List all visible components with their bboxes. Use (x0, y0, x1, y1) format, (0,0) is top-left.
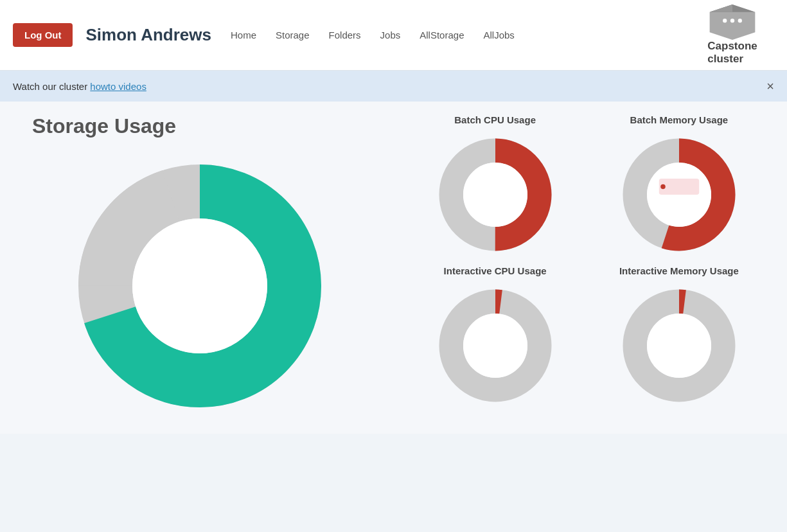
batch-cpu-title: Batch CPU Usage (454, 114, 536, 125)
main-content: Storage Usage Batch CPU Usage (0, 102, 787, 434)
interactive-memory-chart: Interactive Memory Usage (590, 265, 768, 410)
logo: Capstone cluster (691, 4, 774, 66)
nav-home[interactable]: Home (231, 30, 256, 40)
interactive-cpu-chart: Interactive CPU Usage (407, 265, 584, 410)
storage-donut-chart (65, 151, 335, 421)
logo-icon (707, 4, 758, 40)
interactive-memory-donut (615, 281, 743, 410)
batch-cpu-chart: Batch CPU Usage (407, 114, 584, 259)
svg-point-4 (730, 19, 734, 22)
main-nav: Home Storage Folders Jobs AllStorage All… (231, 30, 691, 40)
info-banner: Watch our cluster howto videos × (0, 71, 787, 102)
nav-allstorage[interactable]: AllStorage (420, 30, 464, 40)
storage-title: Storage Usage (19, 114, 176, 138)
batch-memory-title: Batch Memory Usage (630, 114, 729, 125)
batch-cpu-donut (431, 130, 560, 259)
logout-button[interactable]: Log Out (13, 23, 73, 47)
charts-section: Batch CPU Usage Batch Memory Usage (407, 114, 768, 421)
svg-point-12 (463, 163, 527, 227)
interactive-cpu-donut (431, 281, 560, 410)
nav-alljobs[interactable]: AllJobs (484, 30, 515, 40)
nav-storage[interactable]: Storage (276, 30, 310, 40)
user-name: Simon Andrews (85, 25, 211, 45)
banner-text: Watch our cluster howto videos (13, 81, 146, 92)
svg-point-5 (738, 19, 742, 22)
nav-jobs[interactable]: Jobs (380, 30, 401, 40)
interactive-cpu-title: Interactive CPU Usage (444, 265, 547, 276)
nav-folders[interactable]: Folders (329, 30, 361, 40)
svg-point-17 (660, 184, 666, 190)
svg-point-9 (132, 218, 267, 353)
batch-memory-donut (615, 130, 743, 259)
howto-videos-link[interactable]: howto videos (90, 81, 146, 92)
header: Log Out Simon Andrews Home Storage Folde… (0, 0, 787, 71)
svg-point-3 (723, 19, 727, 22)
batch-memory-chart: Batch Memory Usage (590, 114, 768, 259)
svg-marker-2 (710, 4, 732, 12)
interactive-memory-title: Interactive Memory Usage (619, 265, 739, 276)
logo-text: Capstone cluster (707, 40, 757, 66)
svg-point-20 (463, 314, 527, 378)
banner-close-button[interactable]: × (766, 80, 774, 93)
storage-section: Storage Usage (19, 114, 381, 421)
svg-point-23 (647, 314, 711, 378)
